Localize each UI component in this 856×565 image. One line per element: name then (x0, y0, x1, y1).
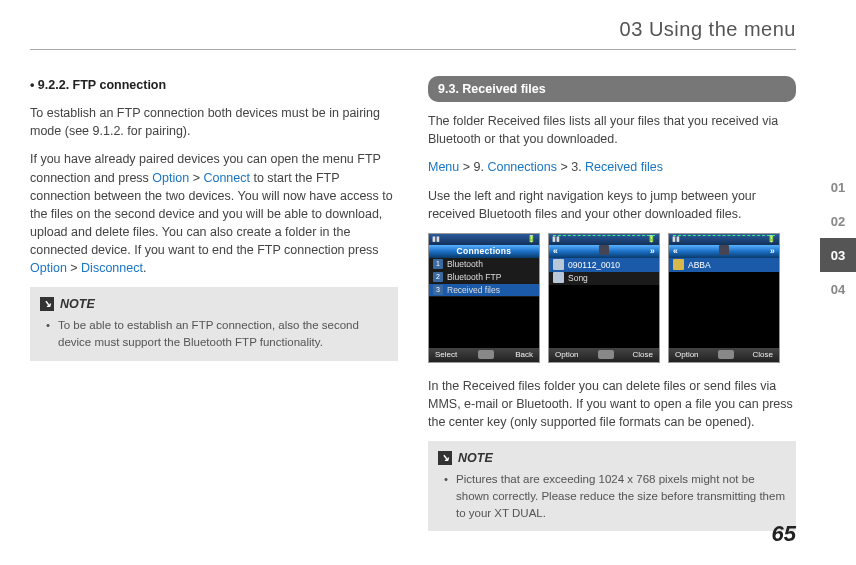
text: > (67, 261, 81, 275)
phone-screen-connections: ▮▮🔋 Connections 1Bluetooth 2Bluetooth FT… (428, 233, 540, 363)
side-tab-02[interactable]: 02 (820, 204, 856, 238)
folder-icon (673, 259, 684, 270)
menu-item-selected: Received files (447, 284, 500, 296)
note-box: ↘ NOTE To be able to establish an FTP co… (30, 287, 398, 360)
softkey-right: Close (633, 349, 653, 361)
side-tab-03[interactable]: 03 (820, 238, 856, 272)
right-column: 9.3. Received files The folder Received … (428, 76, 796, 541)
received-files-link: Received files (585, 160, 663, 174)
paragraph: To establish an FTP connection both devi… (30, 104, 398, 140)
disconnect-link: Disconnect (81, 261, 143, 275)
section-pill-received-files: 9.3. Received files (428, 76, 796, 102)
side-tab-01[interactable]: 01 (820, 170, 856, 204)
file-icon (553, 259, 564, 270)
chapter-title: 03 Using the menu (30, 18, 796, 50)
breadcrumb-path: Menu > 9. Connections > 3. Received file… (428, 158, 796, 176)
paragraph: Use the left and right navigation keys t… (428, 187, 796, 223)
softkey-center-icon (718, 350, 734, 359)
menu-item: Bluetooth FTP (447, 271, 501, 283)
connections-link: Connections (487, 160, 557, 174)
text: > (189, 171, 203, 185)
phone-screen-bluetooth-files: ▮▮🔋 «» 090112_0010 Song Option Close (548, 233, 660, 363)
connect-link: Connect (203, 171, 250, 185)
softkey-left: Option (555, 349, 579, 361)
softkey-left: Option (675, 349, 699, 361)
menu-link: Menu (428, 160, 459, 174)
side-tab-04[interactable]: 04 (820, 272, 856, 306)
softkey-right: Back (515, 349, 533, 361)
softkey-left: Select (435, 349, 457, 361)
download-icon (719, 245, 729, 255)
softkey-center-icon (598, 350, 614, 359)
file-row: 090112_0010 (568, 259, 620, 271)
option-link: Option (30, 261, 67, 275)
tab-arrow-left-icon: « (673, 245, 678, 258)
file-icon (553, 272, 564, 283)
screen-title: Connections (429, 245, 539, 258)
menu-item: Bluetooth (447, 258, 483, 270)
chapter-side-tabs: 01 02 03 04 (820, 170, 856, 306)
paragraph: In the Received files folder you can del… (428, 377, 796, 431)
phone-screen-downloads: ▮▮🔋 «» ABBA Option Close (668, 233, 780, 363)
note-text: To be able to establish an FTP connectio… (40, 317, 388, 350)
option-link: Option (152, 171, 189, 185)
text: 3. (571, 160, 585, 174)
page-number: 65 (772, 521, 796, 547)
text: 9. (474, 160, 488, 174)
softkey-center-icon (478, 350, 494, 359)
phone-screenshots-row: ▮▮🔋 Connections 1Bluetooth 2Bluetooth FT… (428, 233, 796, 363)
note-label: NOTE (60, 295, 95, 313)
note-arrow-icon: ↘ (40, 297, 54, 311)
tab-arrow-right-icon: » (650, 245, 655, 258)
text: . (143, 261, 146, 275)
tab-arrow-right-icon: » (770, 245, 775, 258)
paragraph: If you have already paired devices you c… (30, 150, 398, 277)
file-row: Song (568, 272, 588, 284)
note-box: ↘ NOTE Pictures that are exceeding 1024 … (428, 441, 796, 531)
note-label: NOTE (458, 449, 493, 467)
file-row: ABBA (688, 259, 711, 271)
paragraph: The folder Received files lists all your… (428, 112, 796, 148)
text: > (459, 160, 473, 174)
tab-arrow-left-icon: « (553, 245, 558, 258)
note-text: Pictures that are exceeding 1024 x 768 p… (438, 471, 786, 521)
left-column: • 9.2.2. FTP connection To establish an … (30, 76, 398, 541)
softkey-right: Close (753, 349, 773, 361)
note-arrow-icon: ↘ (438, 451, 452, 465)
text: > (557, 160, 571, 174)
section-heading-ftp: • 9.2.2. FTP connection (30, 76, 398, 94)
bluetooth-icon (599, 245, 609, 255)
